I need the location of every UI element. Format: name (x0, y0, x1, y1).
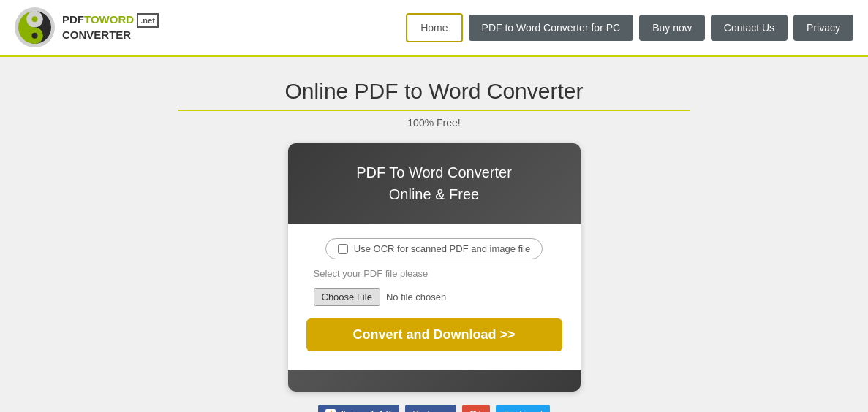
facebook-share-button[interactable]: Partager (405, 405, 456, 412)
svg-point-1 (32, 16, 38, 22)
ocr-label-text: Use OCR for scanned PDF and image file (354, 243, 530, 254)
tweet-label: Tweet (518, 408, 543, 412)
no-file-label: No file chosen (386, 291, 446, 302)
nav-pdf-to-word-pc[interactable]: PDF to Word Converter for PC (469, 15, 634, 41)
nav-home[interactable]: Home (406, 13, 462, 42)
choose-file-button[interactable]: Choose File (314, 288, 380, 306)
thumbs-up-icon: 👍 (325, 409, 336, 413)
facebook-like-button[interactable]: 👍 J'aime 1,4 K (318, 405, 400, 412)
logo-net: .net (137, 13, 159, 28)
select-file-label: Select your PDF file please (314, 268, 429, 279)
converter-box: PDF To Word Converter Online & Free Use … (288, 143, 581, 392)
logo-converter: CONVERTER (62, 28, 159, 42)
logo-icon (15, 7, 55, 47)
logo-to: TO (84, 13, 99, 26)
ocr-checkbox-label[interactable]: Use OCR for scanned PDF and image file (325, 238, 543, 259)
converter-body: Use OCR for scanned PDF and image file S… (288, 224, 581, 370)
main-nav: Home PDF to Word Converter for PC Buy no… (406, 13, 853, 42)
main-content: Online PDF to Word Converter 100% Free! … (0, 57, 868, 412)
nav-contact-us[interactable]: Contact Us (711, 15, 788, 41)
divider (178, 110, 690, 111)
page-title: Online PDF to Word Converter (285, 79, 584, 104)
twitter-icon: 🐦 (503, 408, 515, 412)
nav-buy-now[interactable]: Buy now (639, 15, 705, 41)
logo-pdf: PDF (62, 13, 84, 26)
converter-header: PDF To Word Converter Online & Free (288, 143, 581, 224)
social-area: 👍 J'aime 1,4 K Partager G+ 🐦 Tweet (318, 405, 551, 412)
converter-footer (288, 370, 581, 392)
nav-privacy[interactable]: Privacy (793, 15, 853, 41)
like-count: 1,4 K (370, 408, 392, 412)
file-input-area: Choose File No file chosen (314, 288, 447, 306)
converter-title-line2: Online & Free (303, 183, 566, 205)
logo-word: WORD (99, 13, 135, 26)
google-plus-button[interactable]: G+ (462, 405, 490, 412)
twitter-tweet-button[interactable]: 🐦 Tweet (496, 405, 551, 412)
logo-text: PDFTOWORD .net CONVERTER (62, 12, 159, 42)
svg-point-2 (32, 33, 38, 39)
subtitle: 100% Free! (407, 117, 460, 129)
like-label: J'aime (339, 408, 366, 412)
logo-area: PDFTOWORD .net CONVERTER (15, 7, 183, 47)
header: PDFTOWORD .net CONVERTER Home PDF to Wor… (0, 0, 868, 57)
ocr-checkbox[interactable] (338, 244, 348, 254)
convert-download-button[interactable]: Convert and Download >> (306, 318, 562, 351)
converter-title-line1: PDF To Word Converter (303, 161, 566, 183)
